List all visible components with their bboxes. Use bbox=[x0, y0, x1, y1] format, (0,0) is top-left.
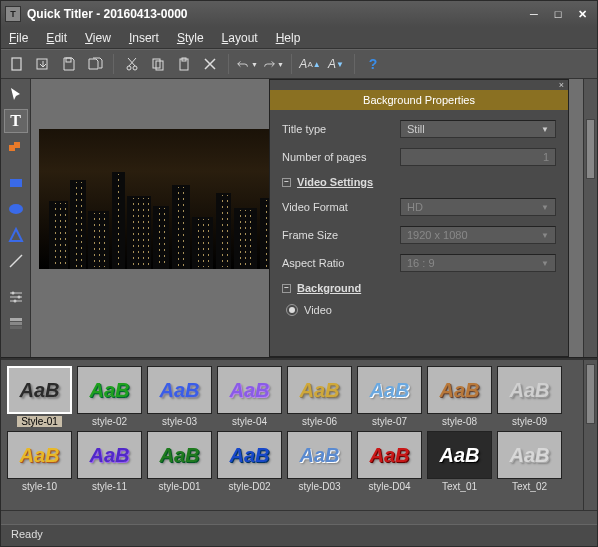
undo-button[interactable]: ▼ bbox=[235, 52, 259, 76]
collapse-icon[interactable]: − bbox=[282, 284, 291, 293]
style-thumb[interactable]: AaBstyle-07 bbox=[357, 366, 422, 427]
style-thumb[interactable]: AaBstyle-06 bbox=[287, 366, 352, 427]
svg-rect-17 bbox=[10, 322, 22, 325]
style-label: style-D01 bbox=[158, 481, 200, 492]
menu-insert[interactable]: Insert bbox=[129, 31, 159, 45]
video-format-label: Video Format bbox=[282, 201, 392, 213]
title-type-select[interactable]: Still▼ bbox=[400, 120, 556, 138]
svg-rect-0 bbox=[12, 58, 21, 70]
style-thumb[interactable]: AaBStyle-01 bbox=[7, 366, 72, 427]
frame-size-label: Frame Size bbox=[282, 229, 392, 241]
style-label: Style-01 bbox=[17, 416, 62, 427]
style-label: style-09 bbox=[512, 416, 547, 427]
save-as-button[interactable] bbox=[83, 52, 107, 76]
style-label: style-10 bbox=[22, 481, 57, 492]
workspace: T bbox=[1, 79, 597, 358]
ellipse-tool[interactable] bbox=[4, 197, 28, 221]
style-thumb[interactable]: AaBstyle-02 bbox=[77, 366, 142, 427]
style-thumb[interactable]: AaBText_01 bbox=[427, 431, 492, 492]
menu-view[interactable]: View bbox=[85, 31, 111, 45]
help-button[interactable]: ? bbox=[361, 52, 385, 76]
menu-style[interactable]: Style bbox=[177, 31, 204, 45]
properties-panel: × Background Properties Title type Still… bbox=[269, 79, 569, 357]
gallery-hscrollbar[interactable] bbox=[1, 510, 597, 524]
delete-button[interactable] bbox=[198, 52, 222, 76]
vertical-scrollbar[interactable] bbox=[583, 79, 597, 357]
style-thumb[interactable]: AaBstyle-08 bbox=[427, 366, 492, 427]
image-tool[interactable] bbox=[4, 135, 28, 159]
aspect-ratio-label: Aspect Ratio bbox=[282, 257, 392, 269]
rectangle-tool[interactable] bbox=[4, 171, 28, 195]
frame-size-select[interactable]: 1920 x 1080▼ bbox=[400, 226, 556, 244]
style-label: style-D03 bbox=[298, 481, 340, 492]
style-thumb[interactable]: AaBstyle-03 bbox=[147, 366, 212, 427]
menu-edit[interactable]: Edit bbox=[46, 31, 67, 45]
line-tool[interactable] bbox=[4, 249, 28, 273]
paste-button[interactable] bbox=[172, 52, 196, 76]
style-thumb[interactable]: AaBstyle-D02 bbox=[217, 431, 282, 492]
video-format-select[interactable]: HD▼ bbox=[400, 198, 556, 216]
style-thumb[interactable]: AaBstyle-09 bbox=[497, 366, 562, 427]
style-label: style-04 bbox=[232, 416, 267, 427]
text-size-up-button[interactable]: AA▲ bbox=[298, 52, 322, 76]
open-button[interactable] bbox=[31, 52, 55, 76]
gallery-vscrollbar[interactable] bbox=[583, 360, 597, 510]
style-gallery: AaBStyle-01AaBstyle-02AaBstyle-03AaBstyl… bbox=[1, 358, 597, 510]
svg-point-12 bbox=[9, 204, 23, 214]
collapse-icon[interactable]: − bbox=[282, 178, 291, 187]
svg-rect-10 bbox=[14, 142, 20, 148]
status-bar: Ready bbox=[1, 524, 597, 546]
menu-file[interactable]: File bbox=[9, 31, 28, 45]
menu-help[interactable]: Help bbox=[276, 31, 301, 45]
settings-tool[interactable] bbox=[4, 285, 28, 309]
save-button[interactable] bbox=[57, 52, 81, 76]
title-type-label: Title type bbox=[282, 123, 392, 135]
triangle-tool[interactable] bbox=[4, 223, 28, 247]
svg-rect-16 bbox=[10, 318, 22, 321]
menubar: File Edit View Insert Style Layout Help bbox=[1, 27, 597, 49]
cut-button[interactable] bbox=[120, 52, 144, 76]
style-label: style-08 bbox=[442, 416, 477, 427]
app-icon: T bbox=[5, 6, 21, 22]
style-label: style-02 bbox=[92, 416, 127, 427]
layers-tool[interactable] bbox=[4, 311, 28, 335]
style-label: style-07 bbox=[372, 416, 407, 427]
toolbar: ▼ ▼ AA▲ A▼ ? bbox=[1, 49, 597, 79]
style-label: Text_02 bbox=[512, 481, 547, 492]
menu-layout[interactable]: Layout bbox=[222, 31, 258, 45]
svg-point-4 bbox=[133, 66, 137, 70]
svg-point-3 bbox=[127, 66, 131, 70]
minimize-button[interactable]: ─ bbox=[523, 6, 545, 22]
video-preview bbox=[39, 129, 299, 269]
svg-rect-11 bbox=[10, 179, 22, 187]
panel-close-icon[interactable]: × bbox=[270, 80, 568, 90]
maximize-button[interactable]: □ bbox=[547, 6, 569, 22]
num-pages-label: Number of pages bbox=[282, 151, 392, 163]
close-button[interactable]: ✕ bbox=[571, 6, 593, 22]
canvas[interactable]: × Background Properties Title type Still… bbox=[31, 79, 583, 357]
new-button[interactable] bbox=[5, 52, 29, 76]
style-thumb[interactable]: AaBstyle-D04 bbox=[357, 431, 422, 492]
copy-button[interactable] bbox=[146, 52, 170, 76]
text-tool[interactable]: T bbox=[4, 109, 28, 133]
style-thumb[interactable]: AaBstyle-11 bbox=[77, 431, 142, 492]
titlebar[interactable]: T Quick Titler - 20160413-0000 ─ □ ✕ bbox=[1, 1, 597, 27]
style-label: Text_01 bbox=[442, 481, 477, 492]
svg-rect-18 bbox=[10, 326, 22, 329]
style-thumb[interactable]: AaBstyle-D03 bbox=[287, 431, 352, 492]
background-header[interactable]: − Background bbox=[282, 282, 556, 294]
text-size-down-button[interactable]: A▼ bbox=[324, 52, 348, 76]
style-thumb[interactable]: AaBstyle-D01 bbox=[147, 431, 212, 492]
style-thumb[interactable]: AaBText_02 bbox=[497, 431, 562, 492]
aspect-ratio-select[interactable]: 16 : 9▼ bbox=[400, 254, 556, 272]
num-pages-input[interactable]: 1 bbox=[400, 148, 556, 166]
video-settings-header[interactable]: − Video Settings bbox=[282, 176, 556, 188]
redo-button[interactable]: ▼ bbox=[261, 52, 285, 76]
bg-video-radio[interactable]: Video bbox=[286, 304, 556, 316]
panel-title: Background Properties bbox=[270, 90, 568, 110]
svg-rect-2 bbox=[66, 58, 71, 62]
style-thumb[interactable]: AaBstyle-10 bbox=[7, 431, 72, 492]
svg-point-13 bbox=[11, 292, 14, 295]
style-thumb[interactable]: AaBstyle-04 bbox=[217, 366, 282, 427]
select-tool[interactable] bbox=[4, 83, 28, 107]
